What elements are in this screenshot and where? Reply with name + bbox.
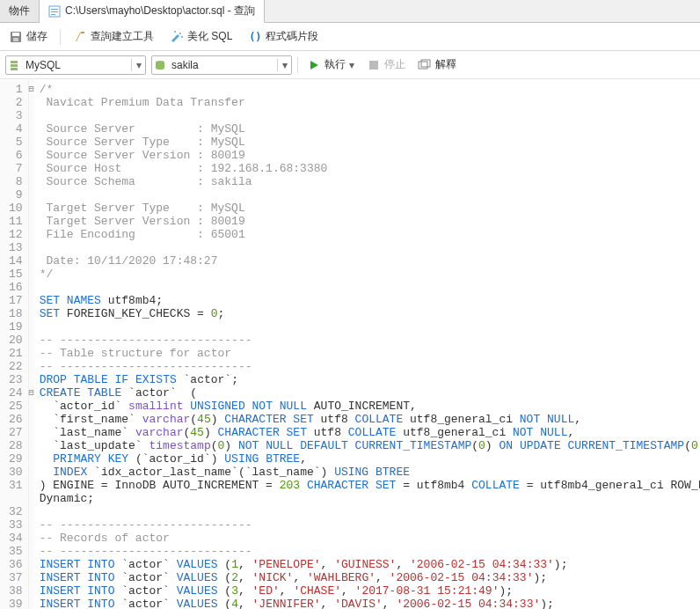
snippet-icon: () <box>248 30 262 44</box>
stop-button[interactable]: 停止 <box>363 55 409 74</box>
svg-point-9 <box>181 36 183 38</box>
connection-combo[interactable]: MySQL ▾ <box>5 55 146 75</box>
explain-label: 解釋 <box>435 57 456 72</box>
svg-rect-7 <box>81 32 84 33</box>
explain-button[interactable]: 解釋 <box>414 55 460 74</box>
stop-label: 停止 <box>384 57 405 72</box>
bar-separator <box>297 57 298 73</box>
beautify-icon <box>170 30 184 44</box>
beautify-label: 美化 SQL <box>187 29 232 44</box>
connection-bar: MySQL ▾ sakila ▾ 執行 ▾ 停止 解釋 <box>0 51 700 79</box>
query-builder-button[interactable]: 查詢建立工具 <box>69 27 157 46</box>
save-icon <box>9 30 23 44</box>
stop-icon <box>367 58 381 72</box>
svg-point-8 <box>179 33 181 34</box>
tab-label: C:\Users\mayho\Desktop\actor.sql - 查詢 <box>65 4 255 18</box>
comment: Source Host : 192.168.1.68:3380 <box>40 162 328 175</box>
chevron-down-icon: ▾ <box>131 59 145 71</box>
query-builder-label: 查詢建立工具 <box>91 29 154 44</box>
comment: Navicat Premium Data Transfer <box>40 96 245 109</box>
comment: /* <box>40 83 54 96</box>
save-label: 儲存 <box>26 29 47 44</box>
tab-label: 物件 <box>9 4 30 18</box>
comment: Source Server : MySQL <box>40 122 245 136</box>
play-icon <box>307 58 321 72</box>
database-icon <box>152 59 168 71</box>
comment: File Encoding : 65001 <box>40 228 245 241</box>
comment: Source Server Type : MySQL <box>40 136 245 149</box>
save-button[interactable]: 儲存 <box>5 27 51 46</box>
comment: -- Table structure for actor <box>40 347 231 360</box>
database-value: sakila <box>168 59 277 71</box>
svg-rect-3 <box>51 14 55 15</box>
beautify-sql-button[interactable]: 美化 SQL <box>166 27 236 46</box>
svg-point-10 <box>174 31 176 33</box>
comment: Date: 10/11/2020 17:48:27 <box>40 254 218 268</box>
comment: */ <box>40 268 54 281</box>
comment: Source Schema : sakila <box>40 175 252 188</box>
chevron-down-icon: ▾ <box>349 59 354 71</box>
comment: -- Records of actor <box>40 532 170 545</box>
toolbar: 儲存 查詢建立工具 美化 SQL () 程式碼片段 <box>0 23 700 51</box>
code-snippet-button[interactable]: () 程式碼片段 <box>244 27 322 46</box>
svg-rect-11 <box>11 61 18 63</box>
svg-rect-12 <box>11 64 18 67</box>
svg-rect-13 <box>11 68 18 70</box>
run-label: 執行 <box>324 57 346 72</box>
svg-rect-2 <box>51 11 58 12</box>
code-editor[interactable]: 1 2 3 4 5 6 7 8 9 10 11 12 13 14 15 16 1… <box>0 79 700 609</box>
chevron-down-icon: ▾ <box>277 59 291 71</box>
comment: Source Server Version : 80019 <box>40 149 245 162</box>
svg-rect-5 <box>12 33 19 36</box>
run-button[interactable]: 執行 ▾ <box>303 55 358 74</box>
connection-icon <box>6 59 22 71</box>
comment: Target Server Version : 80019 <box>40 215 245 228</box>
tab-objects[interactable]: 物件 <box>0 0 40 22</box>
code-area[interactable]: /* Navicat Premium Data Transfer Source … <box>34 79 700 609</box>
explain-icon <box>418 58 432 72</box>
svg-rect-1 <box>51 9 58 10</box>
svg-rect-16 <box>421 60 430 67</box>
database-combo[interactable]: sakila ▾ <box>151 55 292 75</box>
tab-file[interactable]: C:\Users\mayho\Desktop\actor.sql - 查詢 <box>40 0 265 23</box>
svg-rect-15 <box>419 62 427 69</box>
connection-value: MySQL <box>22 59 131 71</box>
comment: Target Server Type : MySQL <box>40 202 245 215</box>
toolbar-separator <box>60 29 61 45</box>
sql-file-icon <box>48 5 61 18</box>
svg-rect-6 <box>13 38 18 41</box>
query-builder-icon <box>73 30 87 44</box>
line-gutter: 1 2 3 4 5 6 7 8 9 10 11 12 13 14 15 16 1… <box>0 79 29 609</box>
tab-bar: 物件 C:\Users\mayho\Desktop\actor.sql - 查詢 <box>0 0 700 23</box>
snippet-label: 程式碼片段 <box>266 29 318 44</box>
